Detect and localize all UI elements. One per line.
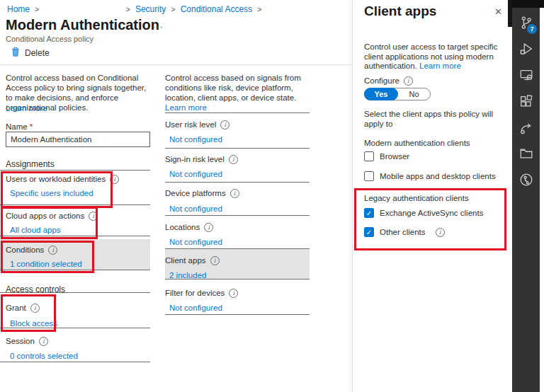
close-icon[interactable]: ✕	[490, 6, 506, 18]
info-icon[interactable]: i	[436, 228, 445, 237]
scrollbar-thumb[interactable]	[508, 0, 512, 27]
breadcrumb-home[interactable]: Home	[7, 4, 30, 14]
divider	[0, 204, 150, 205]
toggle-no[interactable]: No	[398, 88, 430, 100]
checkbox-icon: ✓	[364, 208, 374, 218]
info-icon[interactable]: i	[110, 175, 119, 184]
checkbox-mobile-desktop[interactable]: ✓ Mobile apps and desktop clients	[364, 171, 496, 181]
divider	[165, 113, 310, 113]
remote-explorer-icon[interactable]	[512, 62, 540, 88]
name-label: Name*	[6, 122, 33, 131]
conditions-row-label: Conditionsi	[6, 246, 57, 255]
session-row-value[interactable]: 0 controls selected	[10, 352, 78, 360]
info-icon[interactable]: i	[48, 246, 57, 255]
configure-label: Configurei	[364, 76, 413, 86]
session-row-label: Sessioni	[6, 337, 48, 346]
device-platforms-value[interactable]: Not configured	[169, 204, 222, 213]
info-icon[interactable]: i	[229, 289, 238, 298]
user-risk-label: User risk leveli	[165, 120, 230, 129]
source-control-icon[interactable]: 7	[512, 9, 540, 35]
divider	[0, 170, 150, 171]
azure-portal-page: Home > > Security > Conditional Access >…	[0, 0, 544, 392]
trash-icon	[11, 47, 20, 59]
breadcrumb-separator: >	[35, 5, 39, 13]
run-and-debug-icon[interactable]	[512, 35, 540, 62]
configure-toggle[interactable]: Yes No	[364, 88, 431, 100]
breadcrumb-separator: >	[125, 5, 130, 13]
divider	[165, 182, 310, 183]
checkbox-other-clients[interactable]: ✓ Other clients i	[364, 227, 445, 237]
page-subtitle: Conditional Access policy	[6, 35, 94, 43]
info-icon[interactable]: i	[404, 76, 413, 86]
live-share-icon[interactable]	[512, 114, 540, 140]
commit-graph-icon[interactable]	[512, 166, 540, 192]
toggle-yes[interactable]: Yes	[364, 88, 398, 100]
legacy-clients-group-label: Legacy authentication clients	[364, 194, 469, 202]
checkbox-exchange-activesync[interactable]: ✓ Exchange ActiveSync clients	[364, 208, 483, 218]
breadcrumb: Home > > Security > Conditional Access >	[7, 4, 267, 14]
modern-clients-group-label: Modern authentication clients	[364, 139, 470, 147]
grant-row-value[interactable]: Block access	[10, 319, 57, 328]
folder-explorer-icon[interactable]	[512, 140, 540, 166]
info-icon[interactable]: i	[229, 155, 238, 164]
assignments-header: Assignments	[6, 159, 55, 169]
info-icon[interactable]: i	[39, 337, 48, 346]
breadcrumb-security[interactable]: Security	[135, 4, 166, 14]
checkbox-label: Other clients	[380, 228, 426, 236]
client-apps-panel: Client apps ✕ Control user access to tar…	[352, 0, 513, 392]
policy-settings-column: Control access based on Conditional Acce…	[6, 73, 150, 377]
breadcrumb-separator: >	[257, 5, 261, 13]
select-apps-text: Select the client apps this policy will …	[364, 110, 495, 129]
delete-button[interactable]: Delete	[11, 47, 50, 59]
conditions-column: Control access based on signals from con…	[165, 73, 310, 328]
divider	[165, 314, 310, 315]
filter-devices-value[interactable]: Not configured	[169, 304, 222, 312]
conditions-row-value[interactable]: 1 condition selected	[10, 260, 82, 268]
divider	[0, 328, 150, 328]
device-platforms-label: Device platformsi	[165, 189, 239, 198]
info-icon[interactable]: i	[89, 212, 98, 221]
checkbox-icon: ✓	[364, 171, 374, 181]
conditions-description: Control access based on signals from con…	[165, 73, 310, 113]
users-row-value[interactable]: Specific users included	[10, 189, 94, 197]
divider	[165, 215, 310, 216]
checkbox-icon: ✓	[364, 151, 374, 161]
filter-devices-label: Filter for devicesi	[165, 289, 238, 298]
divider	[0, 236, 150, 236]
window-edge-strip	[508, 0, 544, 8]
locations-label: Locationsi	[165, 223, 213, 232]
grant-row-label: Granti	[6, 304, 40, 313]
extensions-icon[interactable]	[512, 88, 540, 114]
client-apps-value[interactable]: 2 included	[169, 271, 206, 279]
breadcrumb-conditional-access[interactable]: Conditional Access	[181, 4, 252, 14]
users-row-label: Users or workload identitiesi	[6, 175, 119, 184]
required-asterisk: *	[30, 122, 33, 131]
cloud-apps-row-value[interactable]: All cloud apps	[10, 226, 61, 234]
locations-value[interactable]: Not configured	[169, 238, 222, 246]
info-icon[interactable]: i	[230, 189, 239, 198]
source-control-badge: 7	[527, 24, 537, 34]
info-icon[interactable]: i	[30, 304, 40, 313]
divider	[0, 362, 150, 362]
divider	[0, 292, 150, 293]
activity-bar: 7	[512, 0, 540, 392]
info-icon[interactable]: i	[220, 120, 230, 129]
learn-more-link[interactable]: Learn more	[419, 62, 461, 70]
breadcrumb-separator: >	[171, 5, 175, 13]
page-title: Modern Authentication	[6, 17, 159, 33]
checkbox-label: Browser	[380, 152, 409, 161]
learn-more-link[interactable]: Learn more	[165, 103, 207, 112]
policy-name-input[interactable]	[6, 132, 150, 147]
info-icon[interactable]: i	[204, 223, 213, 232]
checkbox-icon: ✓	[364, 227, 374, 237]
panel-title: Client apps	[364, 4, 436, 19]
learn-more-link[interactable]: Learn more	[6, 104, 47, 113]
info-icon[interactable]: i	[210, 256, 220, 265]
panel-description: Control user access to target specific c…	[364, 42, 500, 71]
divider	[165, 148, 310, 149]
user-risk-value[interactable]: Not configured	[169, 135, 222, 144]
checkbox-browser[interactable]: ✓ Browser	[364, 151, 409, 161]
toolbar-divider	[0, 64, 352, 65]
signin-risk-value[interactable]: Not configured	[169, 170, 222, 178]
more-options-icon[interactable]: ···	[152, 21, 164, 32]
